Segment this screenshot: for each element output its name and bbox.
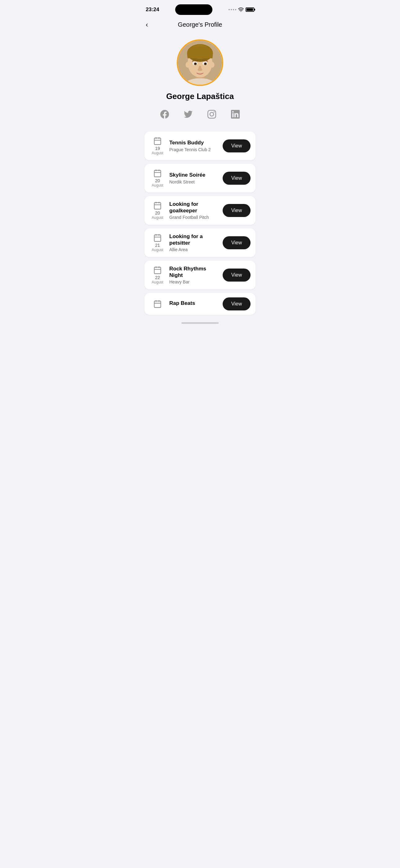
event-info-6: Rap Beats <box>169 300 219 307</box>
event-date-month-1: August <box>152 151 163 155</box>
view-button-6[interactable]: View <box>223 298 251 310</box>
view-button-4[interactable]: View <box>223 236 251 249</box>
svg-rect-31 <box>155 267 161 274</box>
view-button-1[interactable]: View <box>223 140 251 152</box>
event-card-4: 21 August Looking for a petsitter Allie … <box>144 228 256 257</box>
event-date-month-2: August <box>152 183 163 187</box>
event-card-5: 22 August Rock Rhythms Night Heavy Bar V… <box>144 261 256 289</box>
twitter-icon[interactable] <box>182 108 194 120</box>
profile-section: George Lapaštica <box>139 33 261 132</box>
nav-header: ‹ George's Profile <box>139 18 261 33</box>
social-icons-row <box>159 108 241 120</box>
svg-point-14 <box>205 63 206 65</box>
event-card-6: Rap Beats View <box>144 293 256 315</box>
view-button-2[interactable]: View <box>223 172 251 185</box>
events-list: 19 August Tennis Buddy Prague Tennis Clu… <box>139 132 261 321</box>
event-title-5: Rock Rhythms Night <box>169 266 219 278</box>
event-location-4: Allie Area <box>169 247 219 252</box>
event-date-5: 22 August <box>149 266 166 284</box>
event-title-6: Rap Beats <box>169 300 219 306</box>
status-bar: 23:24 <box>139 0 261 18</box>
svg-point-7 <box>186 62 190 68</box>
instagram-icon[interactable] <box>206 108 218 120</box>
svg-rect-35 <box>155 301 161 308</box>
calendar-icon-2 <box>153 169 162 178</box>
svg-rect-15 <box>155 138 161 145</box>
back-button[interactable]: ‹ <box>146 21 148 29</box>
svg-point-0 <box>241 11 241 12</box>
event-info-1: Tennis Buddy Prague Tennis Club 2 <box>169 140 219 152</box>
linkedin-icon[interactable] <box>230 108 241 120</box>
event-info-5: Rock Rhythms Night Heavy Bar <box>169 266 219 284</box>
event-date-month-3: August <box>152 215 163 220</box>
svg-rect-27 <box>155 235 161 242</box>
event-title-3: Looking for goalkeeper <box>169 201 219 214</box>
event-location-3: Grand Football Pitch <box>169 215 219 220</box>
event-date-4: 21 August <box>149 234 166 252</box>
event-card-2: 20 August Skyline Soirée Nordik Street V… <box>144 164 256 192</box>
event-title-4: Looking for a petsitter <box>169 234 219 246</box>
scroll-indicator <box>181 322 219 324</box>
event-date-num-5: 22 <box>155 275 160 280</box>
event-date-1: 19 August <box>149 136 166 155</box>
calendar-icon-4 <box>153 234 162 242</box>
calendar-icon-3 <box>153 201 162 210</box>
calendar-icon-5 <box>153 266 162 274</box>
event-location-5: Heavy Bar <box>169 279 219 284</box>
calendar-icon-6 <box>153 300 162 308</box>
event-location-2: Nordik Street <box>169 180 219 184</box>
status-time: 23:24 <box>146 6 159 13</box>
battery-icon <box>245 7 254 12</box>
view-button-5[interactable]: View <box>223 269 251 282</box>
profile-name: George Lapaštica <box>166 92 234 101</box>
event-date-month-5: August <box>152 280 163 284</box>
signal-icon <box>229 9 236 10</box>
event-info-4: Looking for a petsitter Allie Area <box>169 234 219 252</box>
event-location-1: Prague Tennis Club 2 <box>169 147 219 152</box>
page-title: George's Profile <box>178 21 222 28</box>
svg-rect-19 <box>155 170 161 177</box>
svg-point-13 <box>195 63 197 65</box>
event-date-3: 20 August <box>149 201 166 220</box>
event-date-num-4: 21 <box>155 243 160 248</box>
event-title-2: Skyline Soirée <box>169 172 219 178</box>
svg-point-8 <box>210 62 214 68</box>
event-info-2: Skyline Soirée Nordik Street <box>169 172 219 184</box>
event-title-1: Tennis Buddy <box>169 140 219 146</box>
event-info-3: Looking for goalkeeper Grand Football Pi… <box>169 201 219 220</box>
avatar <box>177 39 223 86</box>
calendar-icon-1 <box>153 136 162 145</box>
facebook-icon[interactable] <box>159 108 170 120</box>
event-card-1: 19 August Tennis Buddy Prague Tennis Clu… <box>144 132 256 160</box>
event-date-num-2: 20 <box>155 178 160 183</box>
svg-rect-23 <box>155 203 161 209</box>
event-date-2: 20 August <box>149 169 166 187</box>
wifi-icon <box>238 7 244 12</box>
dynamic-island <box>175 4 212 15</box>
event-card-3: 20 August Looking for goalkeeper Grand F… <box>144 196 256 225</box>
event-date-6 <box>149 300 166 308</box>
event-date-month-4: August <box>152 248 163 252</box>
event-date-num-1: 19 <box>155 146 160 151</box>
status-icons <box>229 7 254 12</box>
event-date-num-3: 20 <box>155 211 160 215</box>
view-button-3[interactable]: View <box>223 204 251 217</box>
